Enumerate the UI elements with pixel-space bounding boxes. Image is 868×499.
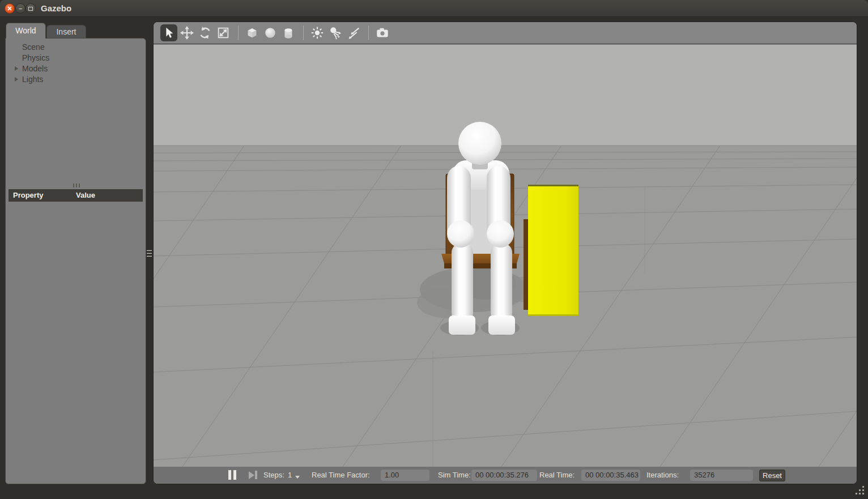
pause-button[interactable] — [228, 470, 236, 480]
maximize-icon[interactable] — [25, 3, 36, 14]
select-tool-button[interactable] — [160, 24, 177, 41]
viewport-frame: Steps: 1 Real Time Factor: 1.00 Sim Time… — [153, 22, 857, 484]
real-time-field: 00 00:00:35.463 — [581, 470, 640, 481]
rotate-arrows-icon — [198, 25, 212, 40]
tab-insert[interactable]: Insert — [46, 25, 86, 39]
window-title: Gazebo — [41, 0, 71, 17]
camera-icon — [375, 25, 390, 40]
rtf-field: 1.00 — [381, 470, 429, 481]
column-header-property[interactable]: Property — [13, 189, 43, 202]
rotate-tool-button[interactable] — [197, 24, 214, 41]
step-icon-bar — [255, 471, 257, 479]
step-icon — [249, 471, 254, 479]
screenshot-button[interactable] — [374, 24, 391, 41]
tree-item-label: Lights — [22, 75, 43, 84]
3d-viewport[interactable] — [154, 45, 857, 468]
property-table-header: Property Value — [8, 189, 143, 202]
iterations-field: 35276 — [690, 470, 753, 481]
cursor-arrow-icon — [161, 25, 176, 40]
spot-light-button[interactable] — [327, 24, 344, 41]
toolbar-separator — [303, 25, 304, 40]
expander-icon[interactable] — [15, 77, 18, 82]
real-time-label: Real Time: — [539, 467, 575, 484]
steps-label: Steps: — [263, 467, 284, 484]
tree-item-lights[interactable]: Lights — [6, 74, 146, 85]
cube-icon — [245, 25, 259, 40]
sim-time-field: 00 00:00:35.276 — [471, 470, 537, 481]
directional-rays-icon — [346, 25, 361, 40]
directional-light-button[interactable] — [345, 24, 362, 41]
scale-arrows-icon — [216, 25, 231, 40]
sphere-icon — [263, 25, 278, 40]
spotlight-icon — [328, 25, 343, 40]
scale-tool-button[interactable] — [215, 24, 232, 41]
rtf-label: Real Time Factor: — [312, 467, 370, 484]
toolbar-separator — [368, 25, 369, 40]
toolbar-separator — [238, 25, 239, 40]
simulation-statusbar: Steps: 1 Real Time Factor: 1.00 Sim Time… — [154, 467, 857, 484]
translate-tool-button[interactable] — [178, 24, 195, 41]
tree-item-label: Models — [22, 64, 48, 73]
world-tree: Scene Physics Models Lights — [6, 42, 146, 85]
expander-icon[interactable] — [15, 66, 18, 71]
viewport-toolbar — [154, 22, 857, 44]
vertical-splitter-handle[interactable] — [147, 250, 152, 257]
resize-grip-icon — [853, 485, 866, 496]
humanoid-head — [458, 122, 501, 165]
sun-icon — [310, 25, 325, 40]
move-arrows-icon — [180, 25, 194, 40]
tree-item-label: Physics — [22, 53, 49, 62]
close-icon[interactable]: ✕ — [5, 3, 15, 14]
steps-dropdown-icon[interactable] — [295, 476, 300, 479]
reset-button[interactable]: Reset — [759, 470, 785, 481]
world-panel: Scene Physics Models Lights Property Val… — [5, 38, 146, 484]
insert-cylinder-button[interactable] — [280, 24, 297, 41]
sky — [154, 45, 857, 146]
cylinder-icon — [281, 25, 296, 40]
iterations-label: Iterations: — [646, 467, 679, 484]
column-header-value[interactable]: Value — [76, 189, 95, 202]
insert-box-button[interactable] — [244, 24, 261, 41]
minimize-icon[interactable]: – — [15, 3, 25, 14]
step-button[interactable] — [249, 471, 257, 479]
tree-item-label: Scene — [22, 42, 45, 52]
tree-item-physics[interactable]: Physics — [6, 53, 146, 63]
steps-value[interactable]: 1 — [288, 467, 292, 484]
yellow-box-model[interactable] — [528, 185, 578, 316]
window-resize-grip[interactable] — [853, 485, 866, 498]
horizontal-splitter-handle[interactable] — [73, 184, 80, 187]
tab-world[interactable]: World — [6, 23, 46, 39]
tree-item-models[interactable]: Models — [6, 63, 146, 74]
sim-time-label: Sim Time: — [438, 467, 471, 484]
insert-sphere-button[interactable] — [262, 24, 279, 41]
point-light-button[interactable] — [309, 24, 326, 41]
titlebar: ✕ – Gazebo — [0, 0, 868, 17]
tree-item-scene[interactable]: Scene — [6, 42, 146, 53]
